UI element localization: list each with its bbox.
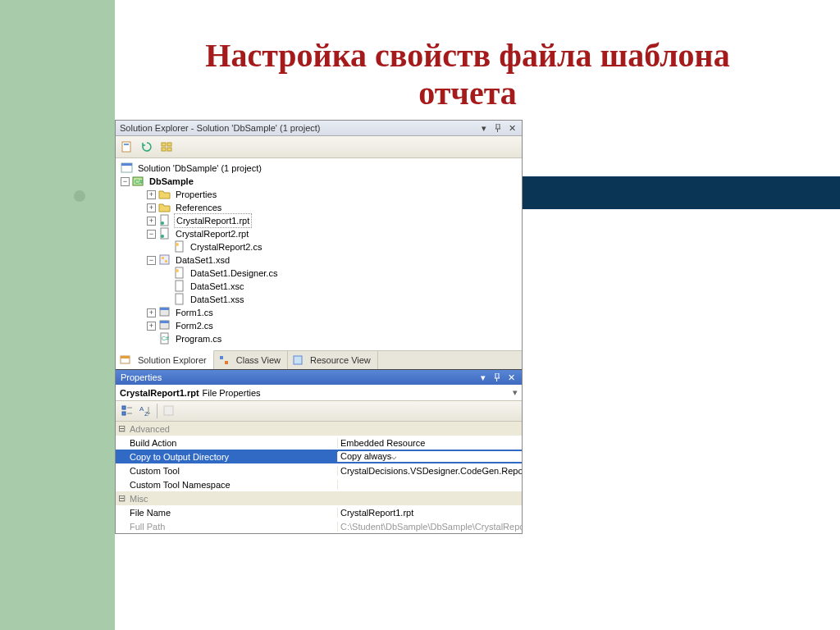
svg-rect-5 bbox=[167, 148, 171, 151]
solution-icon bbox=[121, 162, 134, 175]
dropdown-icon[interactable]: ▾ bbox=[478, 123, 490, 133]
resource-view-icon bbox=[291, 354, 304, 367]
expand-icon[interactable]: + bbox=[147, 308, 156, 317]
form-icon bbox=[158, 306, 171, 319]
csproject-icon: C# bbox=[132, 175, 145, 188]
report-icon bbox=[158, 227, 171, 240]
svg-rect-2 bbox=[162, 143, 166, 146]
expand-icon[interactable]: + bbox=[147, 217, 156, 226]
show-all-icon[interactable] bbox=[158, 139, 175, 155]
cs-file-icon bbox=[173, 240, 186, 253]
properties-titlebar[interactable]: Properties ▾ ✕ bbox=[116, 369, 522, 385]
properties-category-misc[interactable]: ⊟ Misc bbox=[116, 491, 522, 505]
tree-solution-root[interactable]: Solution 'DbSample' (1 project) bbox=[119, 162, 522, 175]
alphabetical-icon[interactable]: AZ bbox=[137, 403, 153, 419]
properties-row-fullpath: Full Path C:\Student\DbSample\DbSample\C… bbox=[116, 519, 522, 533]
expand-icon[interactable]: + bbox=[147, 190, 156, 199]
collapse-icon[interactable]: ⊟ bbox=[116, 493, 127, 504]
folder-icon bbox=[158, 201, 171, 214]
svg-rect-30 bbox=[121, 356, 130, 358]
properties-row-filename[interactable]: File Name CrystalReport1.rpt bbox=[116, 505, 522, 519]
svg-rect-34 bbox=[122, 406, 126, 409]
collapse-icon[interactable]: − bbox=[147, 230, 156, 239]
categorized-icon[interactable] bbox=[119, 403, 135, 419]
svg-rect-14 bbox=[176, 241, 183, 252]
svg-point-11 bbox=[161, 221, 164, 225]
svg-rect-21 bbox=[176, 281, 183, 291]
tree-dsdesigner[interactable]: DataSet1.Designer.cs bbox=[119, 267, 522, 280]
svg-rect-40 bbox=[164, 406, 173, 415]
svg-rect-18 bbox=[165, 260, 167, 262]
svg-rect-31 bbox=[220, 356, 223, 359]
separator bbox=[157, 404, 158, 418]
pin-icon[interactable] bbox=[492, 123, 504, 133]
tab-solution-explorer[interactable]: Solution Explorer bbox=[116, 350, 214, 369]
tree-form2[interactable]: + Form2.cs bbox=[119, 319, 522, 332]
tab-resource-view[interactable]: Resource View bbox=[288, 351, 378, 369]
tree-dataset[interactable]: − DataSet1.xsd bbox=[119, 253, 522, 267]
cs-file-icon bbox=[173, 267, 186, 280]
pin-icon[interactable] bbox=[491, 372, 503, 382]
property-pages-icon[interactable] bbox=[161, 403, 177, 419]
tab-class-view[interactable]: Class View bbox=[214, 351, 288, 369]
tree-program[interactable]: C# Program.cs bbox=[119, 332, 522, 345]
svg-rect-4 bbox=[162, 148, 166, 151]
slide-bullet bbox=[74, 190, 85, 202]
solution-explorer-titlebar[interactable]: Solution Explorer - Solution 'DbSample' … bbox=[116, 121, 522, 136]
svg-rect-19 bbox=[176, 267, 183, 278]
collapse-icon[interactable]: − bbox=[147, 256, 156, 265]
solution-explorer-title: Solution Explorer - Solution 'DbSample' … bbox=[120, 123, 478, 133]
slide-title: Настройка свойств файла шаблона отчета bbox=[180, 37, 755, 112]
tree-dsxss[interactable]: DataSet1.xss bbox=[119, 293, 522, 306]
svg-text:C#: C# bbox=[135, 178, 144, 185]
form-icon bbox=[158, 319, 171, 332]
close-icon[interactable]: ✕ bbox=[505, 372, 517, 382]
properties-toolbar: AZ bbox=[116, 401, 522, 422]
refresh-icon[interactable] bbox=[139, 139, 155, 155]
svg-rect-24 bbox=[160, 308, 169, 310]
tree-crystal2cs[interactable]: CrystalReport2.cs bbox=[119, 240, 522, 253]
tree-crystal1[interactable]: + CrystalReport1.rpt bbox=[119, 214, 522, 227]
properties-category-advanced[interactable]: ⊟ Advanced bbox=[116, 422, 522, 436]
svg-rect-1 bbox=[124, 144, 129, 145]
tree-crystal2[interactable]: − CrystalReport2.rpt bbox=[119, 227, 522, 240]
file-icon bbox=[173, 280, 186, 293]
tree-project[interactable]: − C# DbSample bbox=[119, 175, 522, 188]
expand-icon[interactable]: + bbox=[147, 203, 156, 212]
svg-rect-33 bbox=[294, 356, 302, 364]
expand-icon[interactable]: + bbox=[147, 322, 156, 331]
tree-references[interactable]: + References bbox=[119, 201, 522, 214]
properties-row-copy[interactable]: Copy to Output Directory Copy always⌵ bbox=[116, 450, 522, 463]
tree-form1[interactable]: + Form1.cs bbox=[119, 306, 522, 319]
properties-selected-type: File Properties bbox=[203, 388, 261, 398]
collapse-icon[interactable]: − bbox=[121, 177, 130, 186]
svg-rect-22 bbox=[176, 294, 183, 304]
svg-point-15 bbox=[176, 243, 179, 246]
properties-icon[interactable] bbox=[119, 139, 135, 155]
dropdown-icon[interactable]: ▾ bbox=[513, 387, 518, 398]
dropdown-icon[interactable]: ⌵ bbox=[391, 451, 400, 461]
xsd-icon bbox=[158, 253, 171, 267]
solution-explorer-tree[interactable]: Solution 'DbSample' (1 project) − C# DbS… bbox=[116, 158, 522, 350]
properties-selector[interactable]: CrystalReport1.rpt File Properties ▾ bbox=[116, 385, 522, 401]
solution-explorer-toolbar bbox=[116, 136, 522, 158]
properties-row-customtool[interactable]: Custom Tool CrystalDecisions.VSDesigner.… bbox=[116, 463, 522, 477]
svg-text:C#: C# bbox=[162, 336, 169, 341]
file-icon bbox=[173, 293, 186, 306]
properties-row-customtoolns[interactable]: Custom Tool Namespace bbox=[116, 477, 522, 491]
svg-rect-35 bbox=[122, 412, 126, 415]
properties-grid: ⊟ Advanced Build Action Embedded Resourc… bbox=[116, 422, 522, 533]
properties-title: Properties bbox=[121, 372, 477, 382]
tree-dsxsc[interactable]: DataSet1.xsc bbox=[119, 280, 522, 293]
dropdown-icon[interactable]: ▾ bbox=[477, 372, 489, 382]
cs-file-icon: C# bbox=[158, 332, 171, 345]
svg-rect-16 bbox=[160, 255, 169, 264]
bottom-tabs: Solution Explorer Class View Resource Vi… bbox=[116, 350, 522, 369]
collapse-icon[interactable]: ⊟ bbox=[116, 423, 127, 434]
solution-explorer-tab-icon bbox=[119, 354, 132, 367]
close-icon[interactable]: ✕ bbox=[506, 123, 518, 133]
properties-row-buildaction[interactable]: Build Action Embedded Resource bbox=[116, 436, 522, 450]
svg-rect-26 bbox=[160, 321, 169, 323]
tree-properties[interactable]: + Properties bbox=[119, 188, 522, 201]
report-icon bbox=[158, 214, 171, 227]
